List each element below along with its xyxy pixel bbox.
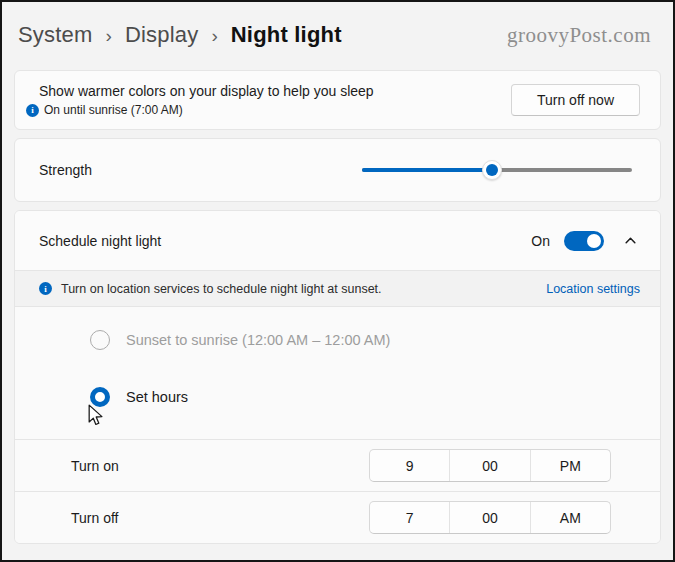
- chevron-right-icon: ›: [106, 24, 112, 47]
- schedule-label: Schedule night light: [39, 233, 161, 249]
- strength-label: Strength: [39, 162, 92, 178]
- turn-off-row: Turn off 7 00 AM: [15, 492, 660, 543]
- breadcrumb-display[interactable]: Display: [125, 22, 199, 48]
- schedule-header-controls: On: [531, 229, 642, 253]
- night-light-description: Show warmer colors on your display to he…: [39, 83, 374, 99]
- schedule-card: Schedule night light On i Turn on locati…: [14, 210, 661, 544]
- option-set-hours-label: Set hours: [126, 389, 188, 405]
- turn-off-minute-field[interactable]: 00: [449, 502, 529, 533]
- turn-on-time-picker[interactable]: 9 00 PM: [369, 449, 611, 482]
- schedule-expander-header[interactable]: Schedule night light On: [15, 211, 660, 270]
- schedule-toggle[interactable]: [564, 231, 604, 251]
- turn-on-minute-field[interactable]: 00: [449, 450, 529, 481]
- chevron-up-icon[interactable]: [618, 229, 642, 253]
- schedule-options: Sunset to sunrise (12:00 AM – 12:00 AM) …: [15, 307, 660, 439]
- strength-card: Strength: [14, 138, 661, 202]
- strength-slider-fill: [362, 168, 492, 172]
- info-icon: i: [39, 282, 52, 295]
- location-settings-link[interactable]: Location settings: [546, 282, 640, 296]
- watermark: groovyPost.com: [507, 23, 651, 48]
- location-info-left: i Turn on location services to schedule …: [39, 282, 382, 296]
- page-header: System › Display › Night light groovyPos…: [2, 2, 673, 54]
- schedule-toggle-state: On: [531, 233, 550, 249]
- option-sunset-to-sunrise: Sunset to sunrise (12:00 AM – 12:00 AM): [90, 330, 660, 350]
- turn-off-label: Turn off: [71, 510, 118, 526]
- breadcrumb-system[interactable]: System: [18, 22, 93, 48]
- turn-on-row: Turn on 9 00 PM: [15, 440, 660, 491]
- night-light-status-row: i On until sunrise (7:00 AM): [26, 103, 374, 117]
- turn-on-label: Turn on: [71, 458, 119, 474]
- radio-disabled-icon: [90, 330, 110, 350]
- settings-window: System › Display › Night light groovyPos…: [0, 0, 675, 562]
- night-light-status-info: Show warmer colors on your display to he…: [26, 83, 374, 117]
- turn-off-time-picker[interactable]: 7 00 AM: [369, 501, 611, 534]
- turn-on-hour-field[interactable]: 9: [370, 450, 449, 481]
- night-light-status-text: On until sunrise (7:00 AM): [44, 103, 183, 117]
- turn-off-now-button[interactable]: Turn off now: [511, 84, 640, 116]
- strength-slider-thumb[interactable]: [482, 160, 502, 180]
- breadcrumb: System › Display › Night light: [18, 22, 342, 48]
- turn-off-hour-field[interactable]: 7: [370, 502, 449, 533]
- turn-on-period-field[interactable]: PM: [530, 450, 610, 481]
- night-light-status-card: Show warmer colors on your display to he…: [14, 70, 661, 130]
- toggle-knob: [587, 234, 601, 248]
- page-title: Night light: [231, 22, 342, 48]
- option-set-hours[interactable]: Set hours: [90, 387, 660, 407]
- settings-main: Show warmer colors on your display to he…: [14, 70, 661, 544]
- option-sunset-label: Sunset to sunrise (12:00 AM – 12:00 AM): [126, 332, 390, 348]
- location-info-text: Turn on location services to schedule ni…: [61, 282, 382, 296]
- strength-slider[interactable]: [362, 160, 632, 180]
- location-info-bar: i Turn on location services to schedule …: [15, 271, 660, 306]
- mouse-cursor-icon: [87, 404, 104, 431]
- info-icon: i: [26, 104, 39, 117]
- chevron-right-icon: ›: [211, 24, 217, 47]
- turn-off-period-field[interactable]: AM: [530, 502, 610, 533]
